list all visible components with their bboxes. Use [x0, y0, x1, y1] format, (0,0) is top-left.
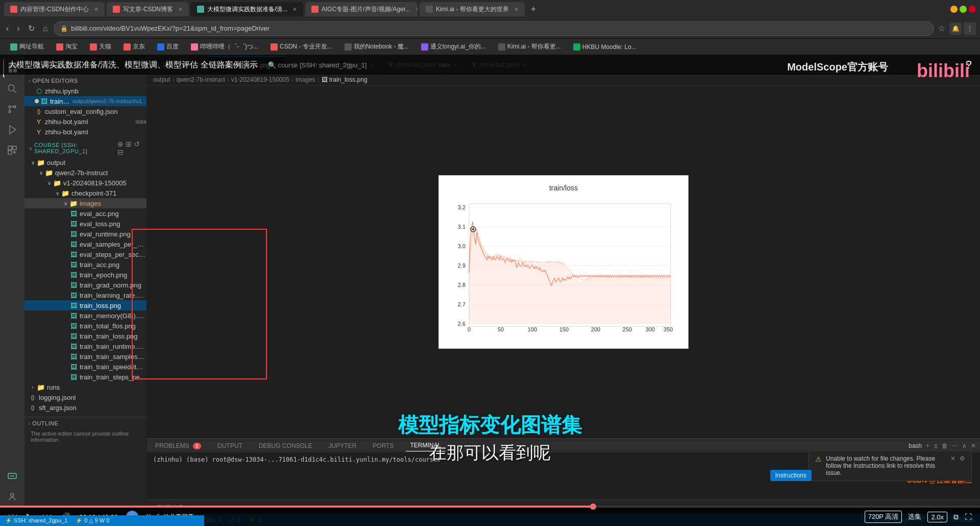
back-button[interactable]: ‹ [4, 22, 11, 35]
file-train-train-loss[interactable]: 🖼 train_train_loss.png [24, 331, 146, 341]
file-logging[interactable]: {} logging.jsonl [24, 392, 146, 402]
bookmark-bilibili[interactable]: 哔哩哔哩（゜-゜)つ... [187, 41, 262, 53]
file-eval-samples[interactable]: 🖼 eval_samples_per_second.png [24, 239, 146, 249]
new-tab-button[interactable]: + [527, 4, 541, 15]
editor-tab-train-loss[interactable]: 🖼 train_loss.png ✕ [209, 56, 286, 74]
open-editor-train-loss[interactable]: 🖼 train_loss.png output/qwen2-7b-instruc… [24, 96, 146, 106]
file-train-speed[interactable]: 🖼 train_train_speed(iter_s).png [24, 362, 146, 372]
file-eval-steps[interactable]: 🖼 eval_steps_per_second.png [24, 249, 146, 259]
file-eval-acc[interactable]: 🖼 eval_acc.png [24, 208, 146, 219]
activity-search[interactable] [3, 80, 21, 98]
close-button[interactable] [969, 6, 976, 13]
terminal-tab-output[interactable]: OUTPUT [213, 440, 247, 451]
bookmark-baidu[interactable]: 百度 [153, 41, 183, 53]
editor-tab-custom-eval[interactable]: {} custom_eval_config.json ✕ [285, 56, 381, 74]
editor-tab-close-zhihu[interactable]: ✕ [197, 62, 201, 68]
minimize-button[interactable] [950, 6, 958, 13]
bookmark-button[interactable]: ☆ [938, 23, 945, 33]
bookmark-taobao[interactable]: 淘宝 [52, 41, 82, 53]
file-train-epoch[interactable]: 🖼 train_epoch.png [24, 270, 146, 280]
activity-account[interactable] [3, 487, 21, 506]
tree-qwen[interactable]: ∨ 📁 qwen2-7b-instruct [24, 168, 146, 178]
terminal-tab-jupyter[interactable]: JUPYTER [325, 440, 361, 451]
activity-extensions[interactable] [3, 141, 21, 159]
ext-icon-1[interactable]: 🔔 [949, 22, 962, 35]
file-sft-args[interactable]: {} sft_args.json [24, 402, 146, 413]
bookmark-hkbu[interactable]: HKBU Moodle: Lo... [569, 42, 641, 52]
course-actions[interactable]: ⊕ ⊞ ↺ ⊟ [117, 140, 142, 156]
file-train-loss[interactable]: 🖼 train_loss.png [24, 300, 146, 310]
bookmark-tongyi[interactable]: 通义tongyi.ai_你的... [417, 41, 490, 53]
bookmark-jingdong[interactable]: 京东 [119, 41, 149, 53]
bookmark-csdn[interactable]: CSDN - 专业开发... [266, 41, 336, 53]
file-train-grad[interactable]: 🖼 train_grad_norm.png [24, 280, 146, 290]
tab-close-3[interactable]: ✕ [292, 6, 297, 13]
speed-button[interactable]: 2.0x [927, 512, 947, 522]
skip-next-button[interactable]: ⏭ [42, 511, 53, 523]
home-button[interactable]: ⌂ [41, 22, 50, 35]
progress-bar[interactable] [0, 506, 980, 508]
editor-tab-close-loss[interactable]: ✕ [273, 62, 278, 68]
file-train-acc[interactable]: 🖼 train_acc.png [24, 259, 146, 270]
browser-tab-2[interactable]: 写文章-CSDN博客 ✕ [107, 2, 189, 16]
fullscreen-button[interactable]: ⛶ [965, 513, 972, 521]
tab-close-2[interactable]: ✕ [178, 6, 183, 13]
tree-runs[interactable]: › 📁 runs [24, 382, 146, 392]
terminal-tab-terminal[interactable]: TERMINAL [406, 440, 445, 451]
browser-tab-4[interactable]: AIGC专题-图片/声音/视频/Ager... ✕ [305, 2, 418, 16]
reload-button[interactable]: ↻ [26, 21, 37, 35]
editor-tab-zhihu-bot-data[interactable]: Y zhihu-bot.yaml data ✕ [382, 56, 465, 74]
file-train-steps[interactable]: 🖼 train_train_steps_per_second.png [24, 372, 146, 382]
open-editor-custom-eval[interactable]: {} custom_eval_config.json [24, 106, 146, 116]
tab-close-5[interactable]: ✕ [514, 6, 519, 13]
editor-tab-zhihu[interactable]: ⬡ zhihu.ipynb ✕ [147, 56, 209, 74]
maximize-button[interactable] [960, 6, 967, 13]
activity-git[interactable] [3, 100, 21, 118]
play-pause-button[interactable]: ▶ [27, 511, 34, 523]
bookmark-wangzhi[interactable]: 网址导航 [6, 41, 48, 53]
editor-tab-close-yamldata[interactable]: ✕ [453, 62, 457, 68]
terminal-tab-ports[interactable]: PORTS [369, 440, 398, 451]
ext-icon-2[interactable]: ⋮ [964, 22, 976, 35]
forward-button[interactable]: › [15, 22, 21, 35]
address-bar[interactable]: 🔒 bilibili.com/video/BV1vuWpezEKx/?p=21&… [54, 21, 934, 36]
bookmark-tianmao[interactable]: 天猫 [86, 41, 115, 53]
open-editor-zhihu-bot-data[interactable]: Y zhihu-bot.yaml data [24, 116, 146, 127]
terminal-tab-debug[interactable]: DEBUG CONSOLE [255, 440, 316, 451]
file-eval-loss[interactable]: 🖼 eval_loss.png [24, 219, 146, 229]
activity-debug[interactable] [3, 121, 21, 139]
skip-prev-button[interactable]: ⏮ [8, 511, 18, 523]
file-train-memory[interactable]: 🖼 train_memory(GiB).png [24, 310, 146, 321]
file-train-samples[interactable]: 🖼 train_train_samples_per_second.png [24, 351, 146, 362]
file-train-runtime[interactable]: 🖼 train_train_runtime.png [24, 341, 146, 351]
file-train-flos[interactable]: 🖼 train_total_flos.png [24, 321, 146, 331]
terminal-tab-problems[interactable]: PROBLEMS 9 [151, 440, 205, 451]
browser-tab-3[interactable]: 大模型微调实践数据准备/清... ✕ [191, 2, 303, 16]
tree-checkpoint[interactable]: ∨ 📁 checkpoint-371 [24, 188, 146, 198]
activity-explorer[interactable] [3, 59, 21, 78]
bookmark-kimi[interactable]: Kimi.ai - 帮你看更... [494, 41, 565, 53]
browser-tab-5[interactable]: Kimi.ai - 帮你看更大的世界 ✕ [420, 2, 525, 16]
explorer-more[interactable]: ··· [135, 63, 140, 70]
instructions-button[interactable]: Instructions [770, 470, 812, 481]
notification-settings[interactable]: ⚙ [960, 455, 965, 462]
volume-button[interactable]: 🔊 [61, 512, 71, 522]
editor-tab-close-eval[interactable]: ✕ [370, 62, 374, 68]
bookmark-notebook[interactable]: 我的Notebook - 魔... [340, 41, 413, 53]
editor-tab-zhihu-bot[interactable]: Y zhihu-bot.yaml ✕ [465, 56, 534, 74]
tab-close-1[interactable]: ✕ [94, 6, 99, 13]
editor-tab-close-yaml[interactable]: ✕ [522, 62, 527, 68]
tree-v1[interactable]: ∨ 📁 v1-20240819-150005 [24, 178, 146, 188]
tab-close-4[interactable]: ✕ [415, 6, 418, 13]
browser-tab-1[interactable]: 内容管理-CSDN创作中心 ✕ [4, 2, 105, 16]
tree-output[interactable]: ∨ 📁 output [24, 157, 146, 168]
activity-remote[interactable] [3, 467, 21, 485]
collection-btn[interactable]: 选集 [908, 512, 921, 521]
open-editor-zhihu[interactable]: ⬡ zhihu.ipynb [24, 86, 146, 96]
video-controls[interactable]: ⏮ ▶ ⏭ 🔊 26:10 / 43:22 Y Yunlin的共享屏幕 720P… [0, 506, 980, 526]
tree-images[interactable]: ∨ 📁 images [24, 198, 146, 208]
file-eval-runtime[interactable]: 🖼 eval_runtime.png [24, 229, 146, 239]
quality-button[interactable]: 720P 高清 [865, 511, 902, 523]
file-train-lr[interactable]: 🖼 train_learning_rate.png [24, 290, 146, 300]
notification-close[interactable]: ✕ [950, 455, 955, 462]
